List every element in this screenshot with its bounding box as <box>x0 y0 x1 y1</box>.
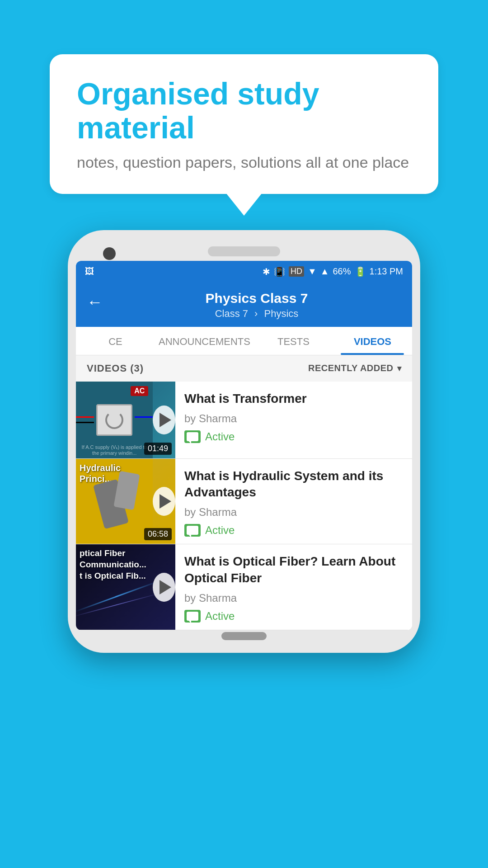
video-item-3[interactable]: ptical Fiber Communicatio...t is Optical… <box>76 544 412 630</box>
vibrate-icon: 📳 <box>274 266 285 277</box>
video-info-1: What is Transformer by Sharma Active <box>175 382 412 458</box>
video-item-2[interactable]: Hydraulic Princi... 06:58 What is Hydrau… <box>76 459 412 545</box>
video-item[interactable]: AC If A.C supply (V₁) is applied to the … <box>76 382 412 459</box>
phone-top-bar <box>76 238 412 261</box>
transformer-box <box>96 404 132 436</box>
bluetooth-icon: ✱ <box>263 266 270 277</box>
ac-supply-text: If A.C supply (V₁) is applied to the pri… <box>76 444 153 456</box>
breadcrumb: Class 7 › Physics <box>112 308 401 320</box>
breadcrumb-subject: Physics <box>264 308 299 319</box>
status-bar-left: 🖼 <box>85 266 94 277</box>
status-bar: 🖼 ✱ 📳 HD ▼ ▲ 66% 🔋 1:13 PM <box>76 261 412 283</box>
chevron-down-icon: ▾ <box>397 363 402 373</box>
tabs-container: CE ANNOUNCEMENTS TESTS VIDEOS <box>76 327 412 355</box>
video-info-2: What is Hydraulic System and its Advanta… <box>175 459 412 544</box>
app-bar-title-section: Physics Class 7 Class 7 › Physics <box>112 291 401 320</box>
video-author-2: by Sharma <box>184 506 403 519</box>
video-status-1: Active <box>184 430 403 443</box>
video-status-2: Active <box>184 524 403 537</box>
hd-badge: HD <box>289 266 304 277</box>
signal-icon: ▲ <box>320 266 329 277</box>
app-bar: ← Physics Class 7 Class 7 › Physics <box>76 283 412 327</box>
video-title-1: What is Transformer <box>184 391 403 407</box>
phone-home-button <box>221 632 267 640</box>
videos-count: VIDEOS (3) <box>87 363 144 374</box>
video-title-2: What is Hydraulic System and its Advanta… <box>184 468 403 501</box>
video-author-1: by Sharma <box>184 412 403 425</box>
status-chat-icon-2 <box>184 524 201 537</box>
play-button-3[interactable] <box>153 573 175 602</box>
breadcrumb-separator: › <box>254 308 258 319</box>
phone-camera-icon <box>103 247 116 260</box>
battery-percent: 66% <box>333 266 351 277</box>
tab-ce[interactable]: CE <box>76 327 155 355</box>
tab-announcements[interactable]: ANNOUNCEMENTS <box>155 327 254 355</box>
speech-bubble-section: Organised study material notes, question… <box>50 54 438 194</box>
breadcrumb-class: Class 7 <box>215 308 248 319</box>
sort-label: RECENTLY ADDED <box>308 363 394 373</box>
video-author-3: by Sharma <box>184 592 403 604</box>
phone-frame: 🖼 ✱ 📳 HD ▼ ▲ 66% 🔋 1:13 PM ← Physics Cla… <box>68 230 420 653</box>
phone-speaker <box>208 246 280 256</box>
transformer-graphic: AC If A.C supply (V₁) is applied to the … <box>76 382 153 458</box>
video-thumbnail-optical: ptical Fiber Communicatio...t is Optical… <box>76 544 175 630</box>
wire-left2 <box>76 422 94 423</box>
video-duration-2: 06:58 <box>144 528 172 540</box>
play-icon-3 <box>160 580 171 594</box>
video-duration-1: 01:49 <box>144 443 172 455</box>
optical-title-overlay: ptical Fiber Communicatio...t is Optical… <box>80 548 149 581</box>
notification-icon: 🖼 <box>85 266 94 277</box>
wire-right <box>135 416 153 418</box>
speech-bubble-subtitle: notes, question papers, solutions all at… <box>77 154 411 171</box>
wire-left <box>76 416 94 418</box>
phone-wrapper: 🖼 ✱ 📳 HD ▼ ▲ 66% 🔋 1:13 PM ← Physics Cla… <box>68 230 420 653</box>
ac-label: AC <box>131 386 148 396</box>
videos-header: VIDEOS (3) RECENTLY ADDED ▾ <box>76 355 412 382</box>
play-icon-2 <box>160 494 171 509</box>
status-chat-icon-3 <box>184 610 201 623</box>
app-title: Physics Class 7 <box>112 291 401 306</box>
status-text-1: Active <box>205 430 235 443</box>
chat-bubble-icon-3 <box>187 612 198 621</box>
optical-graphic: ptical Fiber Communicatio...t is Optical… <box>76 544 153 630</box>
back-button[interactable]: ← <box>87 292 103 311</box>
tab-videos[interactable]: VIDEOS <box>333 327 412 355</box>
video-status-3: Active <box>184 610 403 623</box>
video-title-3: What is Optical Fiber? Learn About Optic… <box>184 553 403 586</box>
chat-bubble-icon-2 <box>187 526 198 535</box>
play-button-1[interactable] <box>153 406 175 434</box>
speech-bubble: Organised study material notes, question… <box>50 54 438 194</box>
sort-filter-button[interactable]: RECENTLY ADDED ▾ <box>308 363 401 373</box>
status-text-3: Active <box>205 610 235 623</box>
speech-bubble-title: Organised study material <box>77 77 411 145</box>
status-chat-icon-1 <box>184 430 201 443</box>
speech-bubble-arrow <box>226 193 262 216</box>
hydraulic-graphic: Hydraulic Princi... <box>76 459 153 544</box>
phone-screen: 🖼 ✱ 📳 HD ▼ ▲ 66% 🔋 1:13 PM ← Physics Cla… <box>76 261 412 631</box>
video-thumbnail-hydraulic: Hydraulic Princi... 06:58 <box>76 459 175 544</box>
chat-bubble-icon-1 <box>187 432 198 441</box>
tab-tests[interactable]: TESTS <box>254 327 333 355</box>
video-info-3: What is Optical Fiber? Learn About Optic… <box>175 544 412 630</box>
status-text-2: Active <box>205 524 235 537</box>
transformer-coil-icon <box>105 411 123 429</box>
video-thumbnail-transformer: AC If A.C supply (V₁) is applied to the … <box>76 382 175 458</box>
clock: 1:13 PM <box>370 266 403 277</box>
battery-icon: 🔋 <box>355 266 366 277</box>
play-button-2[interactable] <box>153 487 175 516</box>
status-bar-right: ✱ 📳 HD ▼ ▲ 66% 🔋 1:13 PM <box>263 266 403 277</box>
play-icon-1 <box>160 413 171 427</box>
wifi-icon: ▼ <box>308 266 317 277</box>
